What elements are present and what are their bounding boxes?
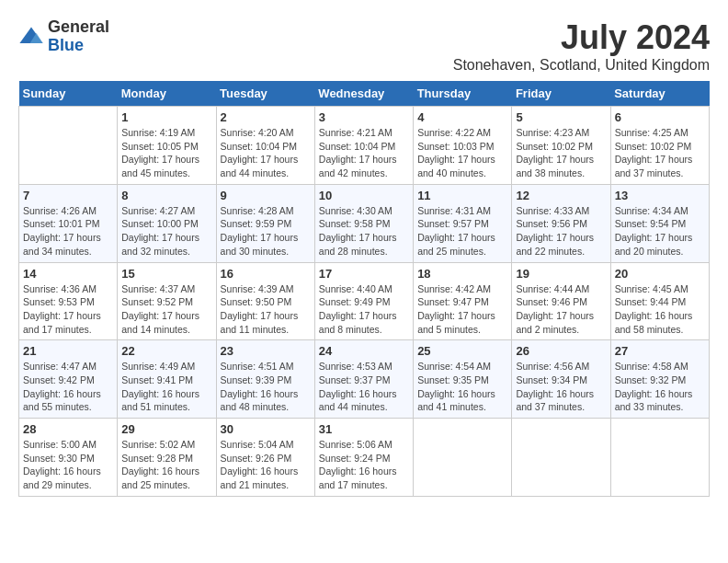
day-number: 7 [23, 189, 113, 202]
day-info: Sunrise: 4:19 AMSunset: 10:05 PMDaylight… [121, 126, 211, 180]
day-info: Sunrise: 5:02 AMSunset: 9:28 PMDaylight:… [121, 438, 211, 492]
day-info: Sunrise: 4:54 AMSunset: 9:35 PMDaylight:… [417, 360, 507, 414]
logo: General Blue [18, 18, 109, 55]
day-info: Sunrise: 4:51 AMSunset: 9:39 PMDaylight:… [221, 360, 311, 414]
calendar-table: SundayMondayTuesdayWednesdayThursdayFrid… [18, 81, 710, 497]
day-number: 20 [615, 267, 705, 281]
day-number: 16 [221, 267, 311, 281]
day-cell: 12Sunrise: 4:33 AMSunset: 9:56 PMDayligh… [512, 184, 610, 262]
day-cell: 8Sunrise: 4:27 AMSunset: 10:00 PMDayligh… [118, 184, 216, 262]
day-info: Sunrise: 4:20 AMSunset: 10:04 PMDaylight… [221, 126, 311, 180]
day-cell: 20Sunrise: 4:45 AMSunset: 9:44 PMDayligh… [610, 262, 709, 340]
day-cell: 5Sunrise: 4:23 AMSunset: 10:02 PMDayligh… [512, 107, 610, 185]
day-cell: 1Sunrise: 4:19 AMSunset: 10:05 PMDayligh… [118, 107, 216, 185]
day-cell: 17Sunrise: 4:40 AMSunset: 9:49 PMDayligh… [314, 262, 413, 340]
day-number: 23 [221, 344, 311, 358]
day-info: Sunrise: 4:44 AMSunset: 9:46 PMDaylight:… [516, 282, 606, 337]
day-cell: 9Sunrise: 4:28 AMSunset: 9:59 PMDaylight… [216, 184, 314, 262]
day-cell: 13Sunrise: 4:34 AMSunset: 9:54 PMDayligh… [610, 184, 709, 262]
day-number: 8 [121, 189, 211, 202]
day-cell: 14Sunrise: 4:36 AMSunset: 9:53 PMDayligh… [19, 262, 118, 340]
day-info: Sunrise: 4:39 AMSunset: 9:50 PMDaylight:… [221, 282, 311, 337]
day-number: 11 [417, 189, 507, 202]
logo-general: General [48, 18, 109, 37]
header-wednesday: Wednesday [314, 81, 413, 107]
day-cell: 16Sunrise: 4:39 AMSunset: 9:50 PMDayligh… [216, 262, 314, 340]
day-info: Sunrise: 4:33 AMSunset: 9:56 PMDaylight:… [516, 204, 606, 259]
day-number: 26 [516, 344, 606, 358]
day-info: Sunrise: 4:37 AMSunset: 9:52 PMDaylight:… [121, 282, 211, 337]
day-number: 10 [319, 189, 409, 202]
day-cell [512, 419, 610, 497]
day-number: 17 [319, 267, 409, 281]
day-number: 15 [121, 267, 211, 281]
day-number: 12 [516, 189, 606, 202]
day-cell: 3Sunrise: 4:21 AMSunset: 10:04 PMDayligh… [314, 107, 413, 185]
day-number: 14 [23, 267, 113, 281]
day-cell [19, 107, 118, 185]
week-row-1: 7Sunrise: 4:26 AMSunset: 10:01 PMDayligh… [19, 184, 710, 262]
day-info: Sunrise: 4:36 AMSunset: 9:53 PMDaylight:… [23, 282, 113, 337]
day-info: Sunrise: 4:45 AMSunset: 9:44 PMDaylight:… [615, 282, 705, 337]
day-number: 31 [319, 422, 409, 436]
day-cell: 28Sunrise: 5:00 AMSunset: 9:30 PMDayligh… [19, 419, 118, 497]
day-info: Sunrise: 4:22 AMSunset: 10:03 PMDaylight… [417, 126, 507, 180]
title-section: July 2024 Stonehaven, Scotland, United K… [453, 18, 710, 74]
day-number: 27 [615, 344, 705, 358]
week-row-2: 14Sunrise: 4:36 AMSunset: 9:53 PMDayligh… [19, 262, 710, 340]
day-cell: 22Sunrise: 4:49 AMSunset: 9:41 PMDayligh… [118, 340, 216, 419]
day-number: 13 [615, 189, 705, 202]
day-cell: 19Sunrise: 4:44 AMSunset: 9:46 PMDayligh… [512, 262, 610, 340]
day-info: Sunrise: 4:53 AMSunset: 9:37 PMDaylight:… [319, 360, 409, 414]
day-number: 24 [319, 344, 409, 358]
logo-text: General Blue [48, 18, 109, 55]
day-cell: 27Sunrise: 4:58 AMSunset: 9:32 PMDayligh… [610, 340, 709, 419]
day-number: 21 [23, 344, 113, 358]
day-info: Sunrise: 4:47 AMSunset: 9:42 PMDaylight:… [23, 360, 113, 414]
day-cell: 26Sunrise: 4:56 AMSunset: 9:34 PMDayligh… [512, 340, 610, 419]
day-number: 22 [121, 344, 211, 358]
day-info: Sunrise: 4:58 AMSunset: 9:32 PMDaylight:… [615, 360, 705, 414]
day-info: Sunrise: 4:30 AMSunset: 9:58 PMDaylight:… [319, 204, 409, 259]
day-info: Sunrise: 4:42 AMSunset: 9:47 PMDaylight:… [417, 282, 507, 337]
day-number: 19 [516, 267, 606, 281]
header-row: SundayMondayTuesdayWednesdayThursdayFrid… [19, 81, 710, 107]
header-tuesday: Tuesday [216, 81, 314, 107]
day-info: Sunrise: 5:04 AMSunset: 9:26 PMDaylight:… [221, 438, 311, 492]
day-cell: 25Sunrise: 4:54 AMSunset: 9:35 PMDayligh… [414, 340, 512, 419]
day-number: 3 [319, 110, 409, 124]
day-number: 18 [417, 267, 507, 281]
day-cell: 11Sunrise: 4:31 AMSunset: 9:57 PMDayligh… [414, 184, 512, 262]
day-cell: 31Sunrise: 5:06 AMSunset: 9:24 PMDayligh… [314, 419, 413, 497]
day-cell: 30Sunrise: 5:04 AMSunset: 9:26 PMDayligh… [216, 419, 314, 497]
page-header: General Blue July 2024 Stonehaven, Scotl… [18, 18, 710, 74]
day-info: Sunrise: 5:00 AMSunset: 9:30 PMDaylight:… [23, 438, 113, 492]
day-cell: 23Sunrise: 4:51 AMSunset: 9:39 PMDayligh… [216, 340, 314, 419]
day-cell [610, 419, 709, 497]
day-cell [414, 419, 512, 497]
day-cell: 7Sunrise: 4:26 AMSunset: 10:01 PMDayligh… [19, 184, 118, 262]
header-thursday: Thursday [414, 81, 512, 107]
day-number: 6 [615, 110, 705, 124]
header-monday: Monday [118, 81, 216, 107]
week-row-4: 28Sunrise: 5:00 AMSunset: 9:30 PMDayligh… [19, 419, 710, 497]
header-sunday: Sunday [19, 81, 118, 107]
day-cell: 24Sunrise: 4:53 AMSunset: 9:37 PMDayligh… [314, 340, 413, 419]
day-number: 9 [221, 189, 311, 202]
location-title: Stonehaven, Scotland, United Kingdom [453, 57, 710, 74]
day-info: Sunrise: 4:56 AMSunset: 9:34 PMDaylight:… [516, 360, 606, 414]
header-friday: Friday [512, 81, 610, 107]
day-number: 2 [221, 110, 311, 124]
month-title: July 2024 [453, 18, 710, 57]
day-info: Sunrise: 4:34 AMSunset: 9:54 PMDaylight:… [615, 204, 705, 259]
day-info: Sunrise: 4:49 AMSunset: 9:41 PMDaylight:… [121, 360, 211, 414]
day-number: 28 [23, 422, 113, 436]
day-cell: 21Sunrise: 4:47 AMSunset: 9:42 PMDayligh… [19, 340, 118, 419]
day-info: Sunrise: 4:28 AMSunset: 9:59 PMDaylight:… [221, 204, 311, 259]
day-number: 30 [221, 422, 311, 436]
day-number: 1 [121, 110, 211, 124]
day-info: Sunrise: 4:31 AMSunset: 9:57 PMDaylight:… [417, 204, 507, 259]
day-info: Sunrise: 4:25 AMSunset: 10:02 PMDaylight… [615, 126, 705, 180]
day-info: Sunrise: 4:40 AMSunset: 9:49 PMDaylight:… [319, 282, 409, 337]
day-info: Sunrise: 4:26 AMSunset: 10:01 PMDaylight… [23, 204, 113, 259]
